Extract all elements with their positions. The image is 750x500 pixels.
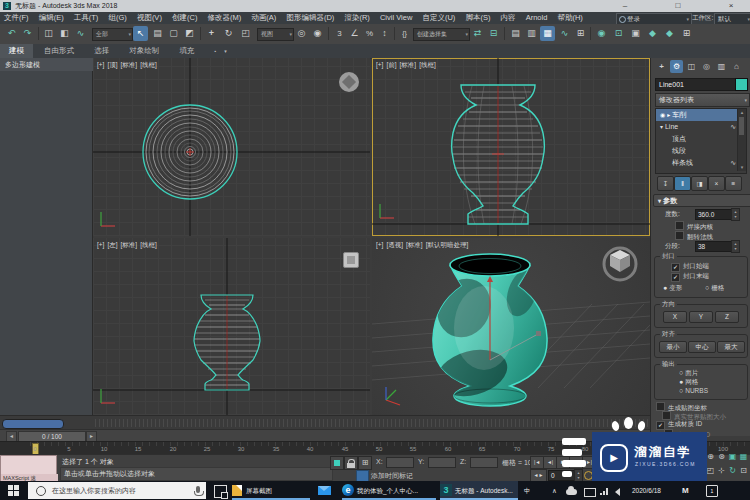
selection-filter-dropdown[interactable]: 全部▾: [92, 28, 133, 41]
viewport-menu-plus[interactable]: [+]: [376, 61, 383, 68]
taskbar-app-screenshot[interactable]: 屏幕截图: [232, 481, 310, 500]
menu-graph-editors[interactable]: 图形编辑器(D): [282, 12, 338, 24]
viewport-menu-plus[interactable]: [+]: [97, 61, 104, 68]
isolate-selection-icon[interactable]: [330, 456, 344, 470]
maximize-viewport-icon[interactable]: ⊡: [738, 465, 749, 477]
cap-start-checkbox[interactable]: ✓封口始端: [671, 262, 709, 272]
menu-rendering[interactable]: 渲染(R): [340, 12, 373, 24]
viewport-menu-plus[interactable]: [+]: [97, 241, 104, 248]
tab-populate[interactable]: 填充: [170, 44, 203, 58]
stack-item-spline[interactable]: 样条线 ∿: [656, 157, 746, 169]
bind-to-space-warp-icon[interactable]: ∿: [73, 26, 88, 41]
orbit-icon[interactable]: ↻: [727, 465, 738, 477]
viewport-perspective[interactable]: [+][透视][标准][默认明暗处理]: [372, 238, 650, 415]
unlink-selection-icon[interactable]: ◧: [57, 26, 72, 41]
reference-coordinate-dropdown[interactable]: 视图▾: [257, 28, 294, 41]
viewcube-icon[interactable]: [339, 72, 359, 92]
align-icon[interactable]: ⊟: [486, 26, 501, 41]
start-button[interactable]: [8, 485, 19, 496]
task-view-icon[interactable]: [214, 485, 227, 498]
viewport-name[interactable]: [顶]: [107, 61, 117, 68]
cloud-tray-icon[interactable]: [566, 489, 577, 495]
menu-customize[interactable]: 自定义(U): [418, 12, 459, 24]
configure-sets-icon[interactable]: ≡: [725, 176, 742, 191]
select-and-rotate-icon[interactable]: ↻: [221, 26, 236, 41]
angle-snap-icon[interactable]: ∠: [347, 26, 362, 41]
material-editor-icon[interactable]: ◉: [594, 26, 609, 41]
go-to-start-icon[interactable]: |◄: [530, 456, 544, 469]
menu-tools[interactable]: 工具(T): [70, 12, 103, 24]
menu-arnold[interactable]: Arnold: [522, 12, 552, 24]
polygon-modeling-panel[interactable]: 多边形建模: [0, 58, 97, 71]
tab-selection[interactable]: 选择: [85, 44, 118, 58]
nurbs-radio[interactable]: ○NURBS: [679, 387, 708, 394]
edit-named-sets-icon[interactable]: {}: [397, 26, 412, 41]
hierarchy-tab-icon[interactable]: ◫: [685, 60, 698, 73]
object-name-field[interactable]: Line001: [655, 78, 736, 91]
menu-scripting[interactable]: 脚本(S): [461, 12, 494, 24]
cap-end-checkbox[interactable]: ✓封口末端: [671, 272, 709, 282]
menu-edit[interactable]: 编辑(E): [35, 12, 68, 24]
chevron-down-icon[interactable]: ▾: [215, 44, 236, 58]
menu-animation[interactable]: 动画(A): [247, 12, 280, 24]
menu-civil-view[interactable]: Civil View: [376, 12, 416, 24]
align-min-button[interactable]: 最小: [659, 341, 687, 353]
mesh-radio[interactable]: ●网格: [679, 378, 698, 387]
grid-radio[interactable]: ○栅格: [705, 284, 724, 293]
show-end-result-icon[interactable]: ‖: [674, 176, 691, 191]
viewport-name[interactable]: [透视]: [386, 241, 403, 248]
percent-snap-icon[interactable]: %: [362, 26, 377, 41]
previous-frame-icon[interactable]: ◄|: [543, 456, 557, 469]
viewport-renderer[interactable]: [标准]: [121, 241, 138, 248]
utilities-tab-icon[interactable]: ⌂: [730, 60, 743, 73]
viewport-name[interactable]: [左]: [107, 241, 117, 248]
stack-item-lathe[interactable]: ◉ ▸ 车削: [656, 109, 746, 121]
stack-scrollbar[interactable]: ▴ ▾: [737, 109, 746, 171]
ime-indicator[interactable]: 中: [524, 481, 531, 500]
render-production-icon[interactable]: ◆: [645, 26, 660, 41]
viewport-renderer[interactable]: [标准]: [121, 61, 138, 68]
viewport-top[interactable]: [+][顶][标准][线框]: [93, 58, 370, 236]
volume-tray-icon[interactable]: [615, 488, 620, 496]
expand-icon[interactable]: ▸: [667, 112, 670, 118]
scene-explorer-icon[interactable]: ▤: [508, 26, 523, 41]
menu-file[interactable]: 文件(F): [0, 12, 33, 24]
clock-date[interactable]: 2020/6/18: [632, 481, 661, 500]
tab-modeling[interactable]: 建模: [0, 44, 33, 58]
align-max-button[interactable]: 最大: [717, 341, 745, 353]
degrees-field[interactable]: 360.0: [695, 209, 733, 220]
scroll-down-icon[interactable]: ▾: [738, 164, 746, 171]
x-coord-field[interactable]: [386, 457, 414, 468]
selection-lock-icon[interactable]: [344, 456, 358, 470]
pin-stack-icon[interactable]: ↧: [657, 176, 674, 191]
object-color-swatch[interactable]: [735, 78, 748, 91]
align-center-button[interactable]: 中心: [688, 341, 716, 353]
spinner-snap-icon[interactable]: ↕: [377, 26, 392, 41]
modifier-list-dropdown[interactable]: 修改器列表 ▾: [655, 93, 750, 107]
viewport-shading[interactable]: [线框]: [419, 61, 436, 68]
remove-modifier-icon[interactable]: ×: [708, 176, 725, 191]
menu-help[interactable]: 帮助(H): [553, 12, 586, 24]
tab-object-paint[interactable]: 对象绘制: [120, 44, 168, 58]
stack-item-line[interactable]: ▾ Line ∿: [656, 121, 746, 133]
menu-create[interactable]: 创建(C): [168, 12, 201, 24]
select-and-scale-icon[interactable]: ◰: [238, 26, 253, 41]
select-and-move-icon[interactable]: +: [204, 26, 219, 41]
viewport-renderer[interactable]: [标准]: [406, 241, 423, 248]
modify-tab-icon[interactable]: ⚙: [670, 60, 683, 73]
window-crossing-icon[interactable]: ◩: [182, 26, 197, 41]
schematic-view-icon[interactable]: ⊞: [573, 26, 588, 41]
morph-radio[interactable]: ●变形: [663, 284, 682, 293]
mail-app-icon[interactable]: [318, 486, 331, 495]
rect-selection-region-icon[interactable]: ▢: [166, 26, 181, 41]
snaps-toggle-icon[interactable]: 3: [332, 26, 347, 41]
display-tray-icon[interactable]: [584, 488, 596, 497]
minimize-icon[interactable]: –: [615, 0, 635, 12]
render-setup-icon[interactable]: ⊡: [611, 26, 626, 41]
absolute-mode-icon[interactable]: ⊞: [358, 456, 372, 470]
make-unique-icon[interactable]: ◨: [691, 176, 708, 191]
segments-spinner[interactable]: ▴▾: [731, 240, 740, 253]
pan-view-icon[interactable]: ⊹: [716, 465, 727, 477]
restore-icon[interactable]: □: [668, 0, 688, 12]
viewport-renderer[interactable]: [标准]: [400, 61, 417, 68]
